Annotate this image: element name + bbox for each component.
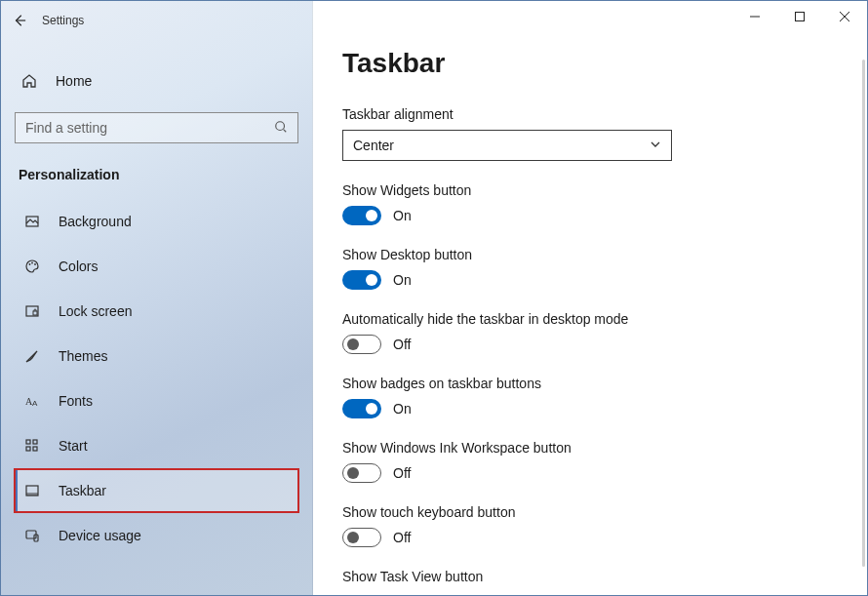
home-label: Home: [56, 73, 92, 89]
window-controls: [732, 1, 867, 32]
sidebar-item-label: Colors: [59, 258, 98, 274]
toggle-state: Off: [393, 530, 411, 545]
toggle-label: Show Desktop button: [342, 247, 838, 262]
dropdown-value: Center: [353, 138, 394, 153]
toggle-switch[interactable]: [342, 335, 381, 354]
search-icon: [274, 120, 288, 137]
minimize-button[interactable]: [732, 1, 777, 32]
svg-point-4: [34, 263, 36, 265]
toggle-setting: Show Task View button: [342, 569, 838, 584]
svg-text:A: A: [32, 399, 38, 408]
toggle-setting: Show touch keyboard buttonOff: [342, 504, 838, 547]
search-input[interactable]: [25, 120, 274, 136]
sidebar-item-lockscreen[interactable]: Lock screen: [15, 290, 298, 333]
nav-list: Background Colors Lock screen Themes AA …: [15, 200, 298, 557]
maximize-button[interactable]: [777, 1, 822, 32]
toggle-switch[interactable]: [342, 463, 381, 483]
toggle-switch[interactable]: [342, 399, 381, 418]
section-title: Personalization: [19, 167, 298, 182]
svg-point-3: [31, 262, 33, 264]
sidebar-item-label: Fonts: [59, 393, 93, 409]
toggle-state: On: [393, 208, 412, 223]
svg-rect-11: [26, 447, 30, 451]
toggle-label: Show Widgets button: [342, 182, 838, 198]
search-box[interactable]: [15, 112, 298, 143]
svg-point-0: [276, 121, 285, 130]
sidebar-item-label: Taskbar: [59, 483, 106, 498]
palette-icon: [23, 258, 41, 274]
taskbar-icon: [23, 483, 41, 498]
sidebar-item-fonts[interactable]: AA Fonts: [15, 379, 298, 422]
scrollbar[interactable]: [862, 60, 865, 567]
toggle-switch[interactable]: [342, 206, 381, 225]
toggle-label: Show Task View button: [342, 569, 838, 584]
toggle-setting: Show badges on taskbar buttonsOn: [342, 376, 838, 418]
app-title: Settings: [42, 14, 84, 27]
sidebar-item-start[interactable]: Start: [15, 424, 298, 467]
toggle-switch[interactable]: [342, 528, 381, 547]
svg-rect-9: [26, 440, 30, 444]
sidebar-item-colors[interactable]: Colors: [15, 245, 298, 288]
toggle-setting: Show Widgets buttonOn: [342, 182, 838, 225]
page-title: Taskbar: [342, 48, 838, 79]
sidebar-item-label: Start: [59, 438, 88, 454]
toggle-state: On: [393, 272, 412, 288]
alignment-label: Taskbar alignment: [342, 106, 838, 122]
svg-rect-6: [33, 311, 37, 315]
sidebar-item-taskbar[interactable]: Taskbar: [15, 469, 298, 512]
home-icon: [20, 73, 38, 89]
sidebar-item-label: Background: [59, 214, 132, 229]
sidebar-item-label: Themes: [59, 348, 108, 364]
svg-point-2: [29, 263, 31, 265]
lock-icon: [23, 303, 41, 319]
back-icon[interactable]: [13, 14, 26, 27]
toggle-state: Off: [393, 337, 411, 352]
svg-rect-14: [26, 493, 38, 496]
toggle-switch[interactable]: [342, 270, 381, 290]
toggle-state: On: [393, 401, 412, 417]
toggle-setting: Automatically hide the taskbar in deskto…: [342, 311, 838, 354]
sidebar-item-background[interactable]: Background: [15, 200, 298, 243]
titlebar: Settings: [1, 1, 312, 40]
svg-rect-10: [33, 440, 37, 444]
toggle-label: Automatically hide the taskbar in deskto…: [342, 311, 838, 327]
sidebar-item-label: Lock screen: [59, 303, 132, 319]
fonts-icon: AA: [23, 393, 41, 409]
device-icon: [23, 528, 41, 543]
close-button[interactable]: [822, 1, 867, 32]
picture-icon: [23, 214, 41, 229]
grid-icon: [23, 438, 41, 454]
alignment-dropdown[interactable]: Center: [342, 130, 672, 161]
sidebar-item-home[interactable]: Home: [15, 63, 298, 99]
toggle-label: Show touch keyboard button: [342, 504, 838, 520]
sidebar-item-themes[interactable]: Themes: [15, 335, 298, 377]
brush-icon: [23, 348, 41, 364]
sidebar-item-deviceusage[interactable]: Device usage: [15, 514, 298, 557]
toggle-label: Show badges on taskbar buttons: [342, 376, 838, 391]
toggle-state: Off: [393, 465, 411, 481]
main-content: Taskbar Taskbar alignment Center Show Wi…: [313, 1, 867, 595]
settings-sidebar: Settings Home Personalization Background: [1, 1, 313, 595]
toggle-setting: Show Desktop buttonOn: [342, 247, 838, 290]
chevron-down-icon: [650, 138, 661, 153]
toggle-setting: Show Windows Ink Workspace buttonOff: [342, 440, 838, 483]
svg-rect-12: [33, 447, 37, 451]
svg-rect-17: [796, 13, 805, 21]
toggle-label: Show Windows Ink Workspace button: [342, 440, 838, 456]
sidebar-item-label: Device usage: [59, 528, 141, 543]
